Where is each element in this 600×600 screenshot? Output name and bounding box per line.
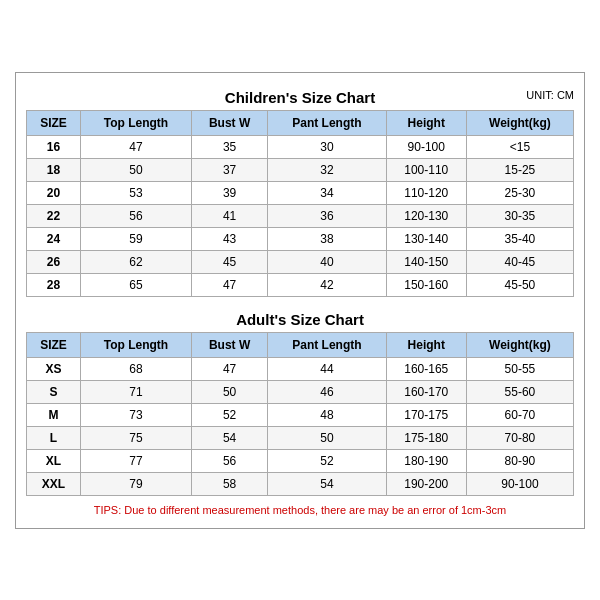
table-cell: 65 (80, 273, 191, 296)
tips-text: TIPS: Due to different measurement metho… (26, 502, 574, 518)
table-cell: 120-130 (386, 204, 466, 227)
table-cell: XXL (27, 472, 81, 495)
children-col-size: SIZE (27, 110, 81, 135)
table-cell: 53 (80, 181, 191, 204)
table-cell: 30-35 (466, 204, 573, 227)
table-cell: 45-50 (466, 273, 573, 296)
adult-col-bustw: Bust W (192, 332, 268, 357)
table-cell: L (27, 426, 81, 449)
table-row: S715046160-17055-60 (27, 380, 574, 403)
adult-col-weight: Weight(kg) (466, 332, 573, 357)
table-cell: 77 (80, 449, 191, 472)
table-cell: 73 (80, 403, 191, 426)
children-col-height: Height (386, 110, 466, 135)
children-col-toplength: Top Length (80, 110, 191, 135)
table-row: XL775652180-19080-90 (27, 449, 574, 472)
children-col-pantlength: Pant Length (268, 110, 386, 135)
table-row: 24594338130-14035-40 (27, 227, 574, 250)
table-cell: 47 (192, 273, 268, 296)
table-cell: 41 (192, 204, 268, 227)
table-cell: 50 (192, 380, 268, 403)
table-cell: 38 (268, 227, 386, 250)
table-cell: 68 (80, 357, 191, 380)
children-title: Children's Size Chart UNIT: CM (26, 83, 574, 110)
children-table: SIZE Top Length Bust W Pant Length Heigh… (26, 110, 574, 297)
adult-table: SIZE Top Length Bust W Pant Length Heigh… (26, 332, 574, 496)
table-cell: 140-150 (386, 250, 466, 273)
children-col-bustw: Bust W (192, 110, 268, 135)
table-row: XXL795854190-20090-100 (27, 472, 574, 495)
table-cell: 20 (27, 181, 81, 204)
table-cell: 50 (80, 158, 191, 181)
table-cell: 80-90 (466, 449, 573, 472)
chart-wrapper: Children's Size Chart UNIT: CM SIZE Top … (15, 72, 585, 529)
table-cell: 71 (80, 380, 191, 403)
table-cell: 62 (80, 250, 191, 273)
table-cell: 50-55 (466, 357, 573, 380)
table-cell: 22 (27, 204, 81, 227)
table-cell: 43 (192, 227, 268, 250)
table-cell: 42 (268, 273, 386, 296)
table-cell: 35 (192, 135, 268, 158)
table-cell: M (27, 403, 81, 426)
table-cell: 70-80 (466, 426, 573, 449)
children-col-weight: Weight(kg) (466, 110, 573, 135)
table-cell: 56 (192, 449, 268, 472)
table-row: 26624540140-15040-45 (27, 250, 574, 273)
table-cell: 175-180 (386, 426, 466, 449)
table-cell: 60-70 (466, 403, 573, 426)
table-row: 22564136120-13030-35 (27, 204, 574, 227)
adult-title-text: Adult's Size Chart (236, 311, 364, 328)
table-cell: 47 (80, 135, 191, 158)
table-cell: 15-25 (466, 158, 573, 181)
table-cell: 40 (268, 250, 386, 273)
unit-label: UNIT: CM (526, 89, 574, 101)
table-row: 28654742150-16045-50 (27, 273, 574, 296)
table-cell: 26 (27, 250, 81, 273)
table-cell: 35-40 (466, 227, 573, 250)
table-cell: 100-110 (386, 158, 466, 181)
table-row: L755450175-18070-80 (27, 426, 574, 449)
table-cell: 18 (27, 158, 81, 181)
table-cell: 46 (268, 380, 386, 403)
table-cell: 32 (268, 158, 386, 181)
table-cell: 48 (268, 403, 386, 426)
table-cell: 110-120 (386, 181, 466, 204)
table-cell: 36 (268, 204, 386, 227)
table-cell: 28 (27, 273, 81, 296)
adult-col-height: Height (386, 332, 466, 357)
table-cell: 37 (192, 158, 268, 181)
table-cell: 90-100 (386, 135, 466, 158)
table-cell: 52 (192, 403, 268, 426)
table-row: 20533934110-12025-30 (27, 181, 574, 204)
table-cell: 79 (80, 472, 191, 495)
table-cell: 150-160 (386, 273, 466, 296)
table-cell: 40-45 (466, 250, 573, 273)
table-cell: 59 (80, 227, 191, 250)
table-cell: 180-190 (386, 449, 466, 472)
table-row: 18503732100-11015-25 (27, 158, 574, 181)
table-cell: 55-60 (466, 380, 573, 403)
table-cell: 58 (192, 472, 268, 495)
adult-col-size: SIZE (27, 332, 81, 357)
table-cell: 130-140 (386, 227, 466, 250)
table-row: XS684744160-16550-55 (27, 357, 574, 380)
adult-col-pantlength: Pant Length (268, 332, 386, 357)
table-cell: 160-165 (386, 357, 466, 380)
table-cell: 75 (80, 426, 191, 449)
table-cell: 56 (80, 204, 191, 227)
table-cell: 50 (268, 426, 386, 449)
table-cell: 34 (268, 181, 386, 204)
table-cell: 52 (268, 449, 386, 472)
table-cell: 90-100 (466, 472, 573, 495)
children-title-text: Children's Size Chart (225, 89, 375, 106)
table-cell: 54 (192, 426, 268, 449)
table-cell: XS (27, 357, 81, 380)
table-cell: 170-175 (386, 403, 466, 426)
table-cell: 16 (27, 135, 81, 158)
table-cell: 54 (268, 472, 386, 495)
table-cell: 39 (192, 181, 268, 204)
adult-header-row: SIZE Top Length Bust W Pant Length Heigh… (27, 332, 574, 357)
adult-section: Adult's Size Chart SIZE Top Length Bust … (26, 305, 574, 496)
table-cell: XL (27, 449, 81, 472)
